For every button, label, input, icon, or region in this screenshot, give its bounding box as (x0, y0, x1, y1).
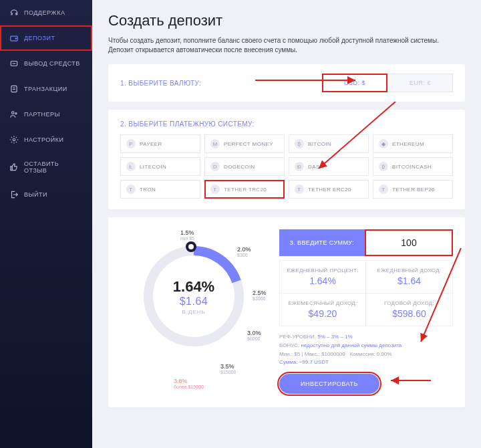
payment-label: PERFECT MONEY (224, 141, 273, 147)
sidebar-label: ПОДДЕРЖКА (24, 9, 65, 16)
svg-point-4 (12, 112, 15, 114)
payment-icon: P (126, 139, 136, 148)
payment-option-bitcoin[interactable]: ₿BITCOIN (289, 134, 369, 153)
stat-cell: ГОДОВОЙ ДОХОД:$598.60 (366, 294, 452, 326)
sidebar-label: ПАРТНЕРЫ (24, 111, 60, 118)
thumb-icon (9, 162, 19, 172)
payment-icon: ₿ (295, 139, 304, 148)
svg-rect-7 (11, 166, 12, 171)
invest-button[interactable]: ИНВЕСТИРОВАТЬ (279, 374, 379, 394)
payment-option-tron[interactable]: TTRON (120, 180, 200, 199)
step2-card: 2. ВЫБЕРИТЕ ПЛАТЕЖНУЮ СИСТЕМУ: PPAYEERMP… (108, 110, 465, 209)
payment-option-tether-bep20[interactable]: TTETHER BEP20 (373, 180, 453, 199)
payment-icon: Ð (295, 162, 304, 171)
payment-label: ETHEREUM (392, 141, 424, 147)
main: Создать депозит Чтобы создать депозит, п… (92, 0, 481, 448)
payment-icon: D (210, 162, 220, 171)
cashout-icon (9, 59, 19, 68)
partners-icon (9, 110, 19, 119)
payment-label: TETHER TRC20 (224, 187, 267, 193)
payment-label: TETHER ERC20 (308, 187, 351, 193)
payment-icon: ₿ (379, 162, 388, 171)
currency-usd[interactable]: USD: $ (322, 74, 387, 92)
svg-point-1 (15, 38, 17, 39)
payment-label: PAYEER (140, 141, 162, 147)
sidebar-item-withdraw[interactable]: ВЫВОД СРЕДСТВ (0, 51, 92, 76)
step3-card: 1.64% $1.64 В ДЕНЬ 1.5%min $5 2.0%$300 2… (108, 217, 465, 407)
stat-cell: ЕЖЕМЕСЯЧНЫЙ ДОХОД:$49.20 (280, 294, 366, 326)
amount-input[interactable]: 100 (365, 229, 453, 256)
payment-label: TETHER BEP20 (392, 187, 435, 193)
exit-icon (9, 190, 19, 199)
payment-icon: ◆ (379, 139, 388, 148)
sidebar-item-transactions[interactable]: ТРАНЗАКЦИИ (0, 76, 92, 102)
rate-dial: 1.64% $1.64 В ДЕНЬ 1.5%min $5 2.0%$300 2… (120, 229, 267, 397)
payment-icon: Ł (126, 162, 136, 171)
sidebar-item-logout[interactable]: ВЫЙТИ (0, 182, 92, 207)
gear-icon (9, 135, 19, 144)
sidebar-item-review[interactable]: ОСТАВИТЬ ОТЗЫВ (0, 152, 92, 182)
sidebar-item-deposit[interactable]: ДЕПОЗИТ (0, 25, 92, 51)
page-title: Создать депозит (108, 12, 465, 29)
page-intro: Чтобы создать депозит, пополните баланс … (108, 36, 465, 55)
headset-icon (9, 8, 19, 17)
sidebar-label: ВЫВОД СРЕДСТВ (24, 60, 80, 67)
step1-label: 1. ВЫБЕРИТЕ ВАЛЮТУ: (120, 80, 201, 87)
step1-card: 1. ВЫБЕРИТЕ ВАЛЮТУ: USD: $ EUR: € (108, 64, 465, 102)
sidebar-item-partners[interactable]: ПАРТНЕРЫ (0, 102, 92, 127)
payment-option-dash[interactable]: ÐDASH (289, 157, 369, 176)
arrow-annotation-icon (387, 374, 434, 387)
payment-icon: M (210, 139, 220, 148)
sidebar-item-support[interactable]: ПОДДЕРЖКА (0, 0, 92, 25)
transactions-icon (9, 84, 19, 94)
payment-option-tether-trc20[interactable]: TTETHER TRC20 (204, 180, 285, 199)
sidebar-label: ДЕПОЗИТ (24, 35, 55, 41)
sidebar-label: ВЫЙТИ (24, 191, 47, 198)
payment-icon: T (210, 185, 220, 194)
payment-icon: T (295, 185, 304, 194)
step2-label: 2. ВЫБЕРИТЕ ПЛАТЕЖНУЮ СИСТЕМУ: (120, 120, 453, 128)
stat-cell: ЕЖЕДНЕВНЫЙ ПРОЦЕНТ:1.64% (280, 261, 366, 294)
dial-per: В ДЕНЬ (182, 309, 205, 315)
svg-point-6 (13, 138, 15, 141)
payment-option-ethereum[interactable]: ◆ETHEREUM (373, 134, 453, 153)
payment-option-tether-erc20[interactable]: TTETHER ERC20 (289, 180, 369, 199)
dial-amount: $1.64 (180, 296, 208, 308)
payment-label: TRON (140, 187, 156, 193)
payment-label: DASH (308, 164, 324, 170)
step3-label: 3. ВВЕДИТЕ СУММУ: (279, 229, 365, 256)
payment-option-dogecoin[interactable]: DDOGECOIN (204, 157, 285, 176)
payment-icon: T (379, 185, 388, 194)
payment-label: LITECOIN (140, 164, 166, 170)
sidebar-label: ОСТАВИТЬ ОТЗЫВ (24, 160, 83, 174)
payment-option-litecoin[interactable]: ŁLITECOIN (120, 157, 200, 176)
payment-option-perfect-money[interactable]: MPERFECT MONEY (204, 134, 285, 153)
payment-icon: T (126, 185, 136, 194)
sidebar-item-settings[interactable]: НАСТРОЙКИ (0, 127, 92, 152)
svg-point-5 (15, 113, 17, 114)
sidebar-label: ТРАНЗАКЦИИ (24, 86, 67, 92)
stat-cell: ЕЖЕДНЕВНЫЙ ДОХОД:$1.64 (366, 261, 452, 294)
currency-eur[interactable]: EUR: € (387, 74, 453, 92)
payment-label: BITCOIN (308, 141, 331, 147)
payment-label: DOGECOIN (224, 164, 255, 170)
payment-label: BITCOINCASH (392, 164, 432, 170)
payment-option-bitcoincash[interactable]: ₿BITCOINCASH (373, 157, 453, 176)
sidebar-label: НАСТРОЙКИ (24, 136, 64, 143)
payment-option-payeer[interactable]: PPAYEER (120, 134, 200, 153)
sidebar: ПОДДЕРЖКА ДЕПОЗИТ ВЫВОД СРЕДСТВ ТРАНЗАКЦ… (0, 0, 92, 448)
meta-info: РЕФ-УРОВНИ: 5% – 3% – 1% БОНУС: недоступ… (279, 333, 453, 367)
wallet-icon (9, 33, 19, 43)
dial-rate: 1.64% (173, 278, 214, 296)
